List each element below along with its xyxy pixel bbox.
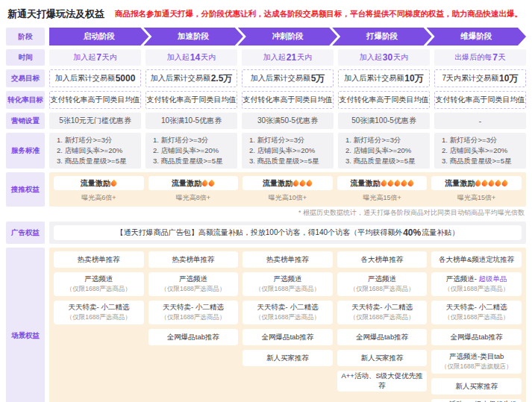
row-label-scene: 场景权益 [6,248,45,402]
scene-box-main-text: 全网爆品tab推荐 [451,333,503,341]
scene-box-main-text: 严选频道 [273,274,301,283]
scene-box-title: 严选频道- 超级单品 [446,274,507,284]
row-label-search: 搜推权益 [6,172,45,207]
scene-box-title: 全网爆品tab推荐 [261,333,313,342]
flame-icon [393,179,401,187]
page-title: 新通天打爆玩法及权益 [7,7,104,21]
row-label-marketing: 营销设置 [6,113,45,129]
scene-box-title: 严选频道 [273,274,301,284]
scene-box-title: 热卖榜单推荐 [78,255,120,265]
service-cell: 1. 新灯塔分>=3分2. 店铺回头率>=20%3. 商品质量星级>=5星 [434,133,526,169]
time-cell-post: 天 [498,52,506,63]
scene-box-title: 全网爆品tab推荐 [356,333,408,342]
row-label-stage: 阶段 [6,28,45,45]
scene-benefit-box: 严选频道（仅限1688严选商品） [148,272,239,296]
service-line: 2. 店铺回头率>=20% [153,145,219,156]
time-cell-num: 7 [96,52,102,63]
scene-box-main-text: 严选频道- [446,274,479,283]
row-label-service: 服务标准 [6,133,45,169]
scene-box-title: 新人买家推荐 [266,354,309,363]
gmv-cell-pre: 加入后累计交易额 [344,73,404,84]
search-benefit-cell: 流量激励曝光高6倍+ [54,176,144,203]
service-line: 2. 店铺回头率>=20% [345,145,411,156]
scene-box-title: 天天特卖- 小二精选 [446,303,507,313]
traffic-incentive-label: 流量激励 [351,178,381,189]
traffic-incentive-label: 流量激励 [445,178,475,189]
cvr-cell: 支付转化率高于同类目均值 [434,91,526,109]
row-label-ads: 广告权益 [6,222,45,244]
scene-box-main-text: 各大榜单推荐 [361,255,404,263]
time-cell: 出爆后的每7天 [434,49,526,66]
scene-benefit-column: 热卖榜单推荐严选频道（仅限1688严选商品）天天特卖- 小二精选（仅限1688严… [54,251,144,402]
marketing-setup-row: 营销设置 5张10元无门槛优惠券10张满10-5优惠券30张满50-5优惠券50… [6,113,526,129]
service-line: 1. 新灯塔分>=3分 [249,135,304,145]
scene-box-restriction: （仅限1688严选商品） [444,285,509,294]
scene-box-main-text: 新人买家推荐 [266,354,309,362]
conversion-target-row: 转化率目标 支付转化率高于同类目均值支付转化率高于同类目均值支付转化率高于同类目… [6,91,526,109]
scene-benefit-box: 全网爆品tab推荐 [337,329,428,345]
flame-icon [201,179,209,187]
scene-box-restriction: （仅限1688严选商品） [160,285,225,294]
service-line: 2. 店铺回头率>=20% [57,145,122,156]
scene-box-title: 严选频道 [368,274,396,284]
stage-arrow: 打爆阶段 [332,28,431,45]
scene-box-title: 各大榜单推荐 [361,255,404,265]
exposure-multiplier-text: 曝光高6倍+ [81,193,116,203]
scene-benefit-column: 热卖榜单推荐严选频道（仅限1688严选商品）天天特卖- 小二精选（仅限1688严… [242,251,333,402]
search-benefit-cell: 流量激励曝光高15倍+ [337,176,428,203]
service-line: 1. 新灯塔分>=3分 [442,135,497,145]
time-cell: 加入起7天内 [49,49,141,66]
flame-icon [207,179,216,187]
scene-box-main-text: 严选频道 [368,274,396,283]
flame-icon [380,179,388,187]
page: 新通天打爆玩法及权益 商品报名参加通天打爆，分阶段优惠让利，达成各阶段交易额目标… [0,0,532,402]
marketing-cell: - [434,113,526,129]
scene-box-restriction: （仅限1688严选商品） [350,285,415,294]
row-label-cvr: 转化率目标 [6,91,45,109]
scene-box-main-text: 全网爆品tab推荐 [356,333,408,341]
service-line: 3. 商品质量星级>=5星 [57,156,126,166]
scene-box-title: 新人买家推荐 [361,354,404,363]
scene-box-main-text: 热卖榜单推荐 [266,255,309,263]
scene-box-title: A++活动、S级大促优先推荐 [339,371,426,391]
scene-box-title: 严选频道 [84,274,113,284]
ads-benefit-band: 【通天打爆商品广告包】高额流量补贴，投放100个访客，得140个访客（平均获得额… [49,222,526,244]
traffic-incentive-pill: 流量激励 [242,176,333,190]
traffic-incentive-label: 流量激励 [81,178,110,189]
exposure-multiplier-text: 曝光高10倍+ [269,193,307,203]
stage-header-row: 阶段 启动阶段加速阶段冲刺阶段打爆阶段维爆阶段 [6,28,526,45]
scene-benefit-row: 场景权益 热卖榜单推荐严选频道（仅限1688严选商品）天天特卖- 小二精选（仅限… [6,248,526,402]
scene-box-main-text: 严选频道-类目tab [449,352,504,360]
cvr-cell: 支付转化率高于同类目均值 [49,91,141,109]
exposure-multiplier-text: 曝光高15倍+ [363,193,401,203]
gmv-cell: 7天内累计交易额10万 [434,69,526,87]
scene-box-title: 全网爆品tab推荐 [451,333,503,342]
time-cell-post: 天内 [201,52,216,63]
cvr-cell: 支付转化率高于同类目均值 [338,91,430,109]
cvr-cell: 支付转化率高于同类目均值 [145,91,237,109]
scene-benefit-box: 天天特卖- 小二精选（仅限1688严选商品） [242,301,333,324]
flame-icon [407,179,415,187]
time-cell-post: 天内 [393,52,408,63]
service-line: 1. 新灯塔分>=3分 [345,135,401,145]
stage-arrow: 启动阶段 [49,28,148,45]
scene-benefit-box: 新人买家推荐 [431,378,522,395]
service-line: 3. 商品质量星级>=5星 [345,156,415,166]
ads-text-pre: 【通天打爆商品广告包】高额流量补贴，投放100个访客，得140个访客（平均获得额… [116,227,402,238]
time-cell-post: 天内 [297,52,312,63]
scene-box-main-text: 新人买家推荐 [455,382,498,390]
scene-box-main-text: 严选频道 [84,274,113,283]
scene-benefit-box: 天天特卖- 小二精选（仅限1688严选商品） [148,301,239,324]
scene-benefit-box: 严选频道（仅限1688严选商品） [337,272,428,296]
ads-text-post: 流量补贴） [422,227,459,238]
service-cell: 1. 新灯塔分>=3分2. 店铺回头率>=20%3. 商品质量星级>=5星 [145,133,237,169]
scene-benefit-box: 新人买家推荐 [337,350,428,366]
scene-box-title: 热卖榜单推荐 [266,255,309,265]
flame-icon [400,179,408,187]
marketing-cell: 50张满100-5优惠券 [338,113,430,129]
scene-box-highlight-text: 超级单品 [479,274,507,283]
stage-arrow: 加速阶段 [143,28,242,45]
scene-benefit-box: 天天特卖- 小二精选（仅限1688严选商品） [431,301,522,324]
scene-box-title: 严选频道-类目tab [449,352,504,362]
time-row: 时间 加入起7天内加入起14天内加入起21天内加入起30天内出爆后的每7天 [6,49,526,66]
